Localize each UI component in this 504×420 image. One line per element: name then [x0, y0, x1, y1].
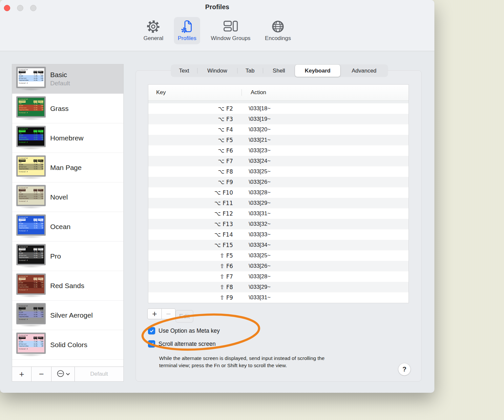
table-row[interactable]: ⌥ F9 \033[26~	[148, 177, 409, 187]
action-cell: \033[28~	[242, 273, 271, 280]
table-row[interactable]: ⌥ F13 \033[32~	[148, 219, 409, 229]
table-row[interactable]: ⌥ F2 \033[18~	[148, 103, 409, 114]
profile-thumbnail: Terminal1# COMMAND %CPU RPRVT top4.1%231…	[16, 67, 46, 91]
action-cell: \033[20~	[242, 126, 271, 133]
tab-bar: Text Window Tab Shell Keyboard Advanced	[171, 65, 388, 77]
column-header-action[interactable]: Action	[242, 89, 266, 96]
tab-advanced[interactable]: Advanced	[340, 65, 388, 77]
action-cell: \033[26~	[242, 263, 271, 269]
table-row[interactable]: ⌥ F8 \033[25~	[148, 166, 409, 177]
table-row[interactable]: ⌥ F15 \033[34~	[148, 240, 409, 250]
key-cell: ⇧ F6	[148, 263, 242, 269]
table-row[interactable]: ⌥ F3 \033[19~	[148, 114, 409, 124]
sidebar-item-homebrew[interactable]: Terminal1# COMMAND %CPU RPRVT top4.1%231…	[12, 123, 123, 153]
action-cell: \033[21~	[242, 137, 271, 143]
table-row[interactable]: ⇧ F8 \033[29~	[148, 282, 409, 292]
action-cell: \033[31~	[242, 294, 271, 301]
tab-shell[interactable]: Shell	[263, 65, 295, 77]
edit-binding-button[interactable]: Edit	[176, 310, 193, 323]
toolbar: General Profiles	[0, 17, 434, 44]
profile-thumbnail: Terminal1# COMMAND %CPU RPRVT top4.1%231…	[16, 185, 46, 209]
sidebar-item-ocean[interactable]: Terminal1# COMMAND %CPU RPRVT top4.1%231…	[12, 212, 123, 242]
key-cell: ⌥ F6	[148, 147, 242, 154]
key-cell: ⌥ F10	[148, 189, 242, 196]
table-row[interactable]: ⌥ F4 \033[20~	[148, 124, 409, 135]
key-cell: ⇧ F9	[148, 294, 242, 301]
sidebar-item-basic[interactable]: Terminal1# COMMAND %CPU RPRVT top4.1%231…	[12, 64, 123, 94]
titlebar-toolbar: Profiles General	[0, 0, 434, 51]
action-cell: \033[19~	[242, 116, 271, 122]
table-row[interactable]: ⇧ F9 \033[31~	[148, 292, 409, 303]
sidebar-item-pro[interactable]: Terminal1# COMMAND %CPU RPRVT top4.1%231…	[12, 242, 123, 271]
profile-thumbnail: Terminal1# COMMAND %CPU RPRVT top4.1%231…	[16, 244, 46, 268]
key-cell: ⌥ F13	[148, 221, 242, 227]
profile-thumbnail: Terminal1# COMMAND %CPU RPRVT top4.1%231…	[16, 215, 46, 239]
action-cell: \033[32~	[242, 221, 271, 227]
checkbox-checked[interactable]	[148, 340, 155, 347]
add-profile-button[interactable]: +	[12, 367, 32, 381]
table-row[interactable]: ⌥ F5 \033[21~	[148, 135, 409, 145]
binding-add-remove-group: + −	[147, 308, 176, 319]
checkbox-label: Scroll alternate screen	[158, 341, 216, 347]
add-binding-button[interactable]: +	[147, 308, 162, 319]
sidebar-item-man-page[interactable]: Terminal1# COMMAND %CPU RPRVT top4.1%231…	[12, 153, 123, 182]
key-cell: ⌥ F14	[148, 231, 242, 238]
action-cell: \033[34~	[242, 242, 271, 248]
key-cell: ⌥ F9	[148, 179, 242, 185]
key-cell: ⌥ F8	[148, 168, 242, 175]
sidebar-item-grass[interactable]: Terminal1# COMMAND %CPU RPRVT top4.1%231…	[12, 94, 123, 123]
remove-binding-button[interactable]: −	[162, 308, 176, 319]
profile-list: Terminal1# COMMAND %CPU RPRVT top4.1%231…	[12, 64, 123, 367]
sidebar-footer: + − Default	[12, 367, 123, 381]
chevron-down-icon	[66, 371, 70, 377]
tab-window[interactable]: Window	[197, 65, 237, 77]
key-cell: ⇧ F5	[148, 252, 242, 259]
toolbar-item-profiles[interactable]: Profiles	[174, 17, 200, 44]
document-gear-icon	[179, 19, 195, 34]
table-row[interactable]: ⌥ F12 \033[31~	[148, 208, 409, 219]
checkbox-checked[interactable]	[148, 327, 155, 334]
sidebar-item-solid-colors[interactable]: Terminal1# COMMAND %CPU RPRVT top4.1%231…	[12, 330, 123, 360]
terminal-preferences-window: Profiles General	[0, 0, 434, 393]
column-divider[interactable]	[242, 89, 242, 96]
sidebar-item-red-sands[interactable]: Terminal1# COMMAND %CPU RPRVT top4.1%231…	[12, 271, 123, 301]
key-cell: ⌥ F15	[148, 242, 242, 248]
sidebar-item-novel[interactable]: Terminal1# COMMAND %CPU RPRVT top4.1%231…	[12, 182, 123, 212]
profile-name: Silver Aerogel	[50, 311, 93, 319]
profile-name: Solid Colors	[50, 341, 87, 349]
scroll-alternate-screen-checkbox-row[interactable]: Scroll alternate screen	[148, 340, 216, 347]
remove-profile-button[interactable]: −	[32, 367, 52, 381]
table-row[interactable]: ⌥ F7 \033[24~	[148, 156, 409, 166]
key-cell: ⌥ F7	[148, 158, 242, 164]
table-row[interactable]: ⇧ F7 \033[28~	[148, 271, 409, 282]
tab-text[interactable]: Text	[171, 65, 197, 77]
toolbar-item-encodings[interactable]: Encodings	[261, 17, 295, 44]
table-row[interactable]: ⌥ F10 \033[28~	[148, 187, 409, 198]
tab-keyboard[interactable]: Keyboard	[295, 65, 340, 77]
key-cell: ⇧ F8	[148, 284, 242, 290]
profile-thumbnail: Terminal1# COMMAND %CPU RPRVT top4.1%231…	[16, 274, 46, 298]
profile-actions-menu-button[interactable]	[52, 367, 75, 381]
sidebar-item-silver-aerogel[interactable]: Terminal1# COMMAND %CPU RPRVT top4.1%231…	[12, 301, 123, 330]
table-row[interactable]: ⇧ F5 \033[25~	[148, 250, 409, 261]
default-button[interactable]: Default	[75, 367, 123, 381]
profile-name: Novel	[50, 193, 68, 201]
profile-subtitle: Default	[50, 80, 70, 87]
profile-thumbnail: Terminal1# COMMAND %CPU RPRVT top4.1%231…	[16, 96, 46, 120]
column-header-key[interactable]: Key	[148, 89, 242, 96]
table-row[interactable]: ⌥ F6 \033[23~	[148, 145, 409, 156]
tab-tab[interactable]: Tab	[237, 65, 263, 77]
table-row[interactable]: ⇧ F6 \033[26~	[148, 261, 409, 271]
profile-thumbnail: Terminal1# COMMAND %CPU RPRVT top4.1%231…	[16, 156, 46, 179]
table-row[interactable]: ⌥ F11 \033[29~	[148, 198, 409, 208]
use-option-as-meta-checkbox-row[interactable]: Use Option as Meta key	[148, 327, 220, 334]
profile-name: Basic	[50, 71, 70, 79]
ellipsis-circle-icon	[56, 369, 65, 379]
scroll-alternate-description: While the alternate screen is displayed,…	[159, 355, 382, 369]
table-row[interactable]: ⌥ F14 \033[33~	[148, 229, 409, 240]
window-title: Profiles	[0, 3, 434, 11]
toolbar-item-window-groups[interactable]: Window Groups	[207, 17, 254, 44]
key-cell: ⌥ F5	[148, 137, 242, 143]
help-button[interactable]: ?	[398, 363, 410, 375]
toolbar-item-general[interactable]: General	[139, 17, 167, 44]
